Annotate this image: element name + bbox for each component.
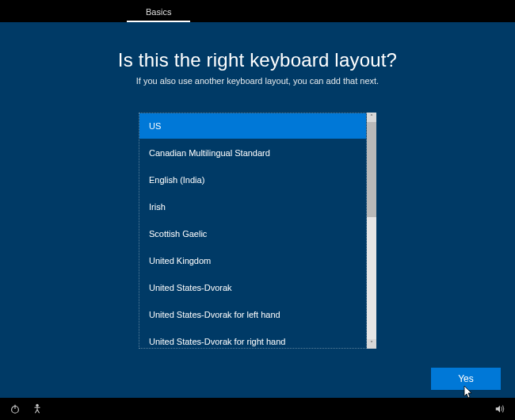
keyboard-layout-item[interactable]: United States-Dvorak for right hand xyxy=(139,329,366,349)
accessibility-icon[interactable] xyxy=(32,403,43,414)
page-title: Is this the right keyboard layout? xyxy=(118,49,397,71)
scrollbar[interactable]: ˄ ˅ xyxy=(367,113,376,349)
keyboard-layout-item[interactable]: United States-Dvorak xyxy=(139,275,366,300)
tab-basics[interactable]: Basics xyxy=(127,2,190,22)
yes-button[interactable]: Yes xyxy=(431,368,501,390)
keyboard-layout-item[interactable]: Irish xyxy=(139,194,366,220)
keyboard-layout-item[interactable]: United States-Dvorak for left hand xyxy=(139,302,366,327)
main-panel: Is this the right keyboard layout? If yo… xyxy=(0,22,515,398)
keyboard-layout-item[interactable]: Scottish Gaelic xyxy=(139,221,366,246)
power-icon[interactable] xyxy=(10,403,21,414)
bottom-bar xyxy=(0,398,515,420)
page-subtitle: If you also use another keyboard layout,… xyxy=(136,76,379,86)
keyboard-layout-item[interactable]: United Kingdom xyxy=(139,248,366,273)
keyboard-layout-list[interactable]: USCanadian Multilingual StandardEnglish … xyxy=(139,113,367,349)
scroll-up-arrow-icon[interactable]: ˄ xyxy=(367,113,376,122)
top-bar: Basics xyxy=(0,0,515,22)
keyboard-layout-item[interactable]: English (India) xyxy=(139,167,366,193)
svg-point-2 xyxy=(36,404,39,407)
keyboard-layout-item[interactable]: US xyxy=(139,113,366,139)
scroll-down-arrow-icon[interactable]: ˅ xyxy=(367,339,376,349)
scroll-thumb[interactable] xyxy=(367,122,376,217)
volume-icon[interactable] xyxy=(494,403,505,414)
keyboard-layout-item[interactable]: Canadian Multilingual Standard xyxy=(139,140,366,166)
keyboard-layout-listbox: USCanadian Multilingual StandardEnglish … xyxy=(139,113,376,349)
